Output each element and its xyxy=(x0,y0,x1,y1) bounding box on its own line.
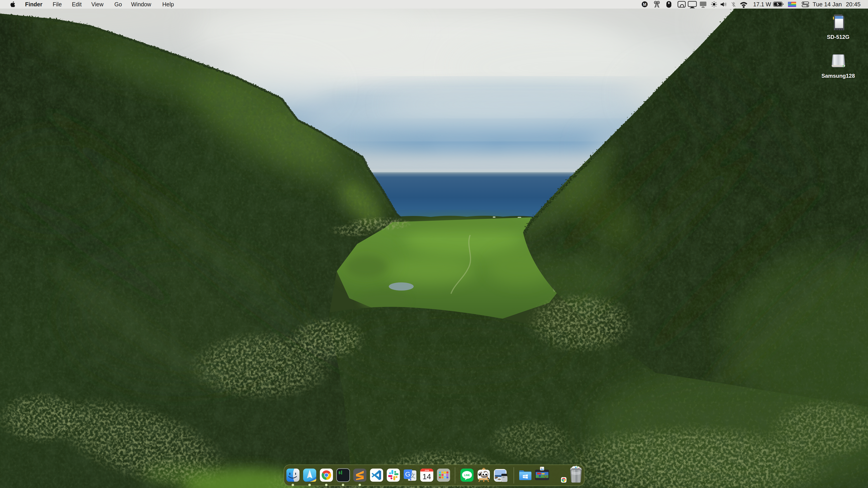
svg-text:G: G xyxy=(405,470,410,478)
svg-text:JAN: JAN xyxy=(425,469,429,471)
svg-text:$: $ xyxy=(338,471,341,475)
svg-text:LINE: LINE xyxy=(464,474,470,477)
svg-text:14: 14 xyxy=(423,472,431,481)
svg-text:M: M xyxy=(643,2,647,7)
